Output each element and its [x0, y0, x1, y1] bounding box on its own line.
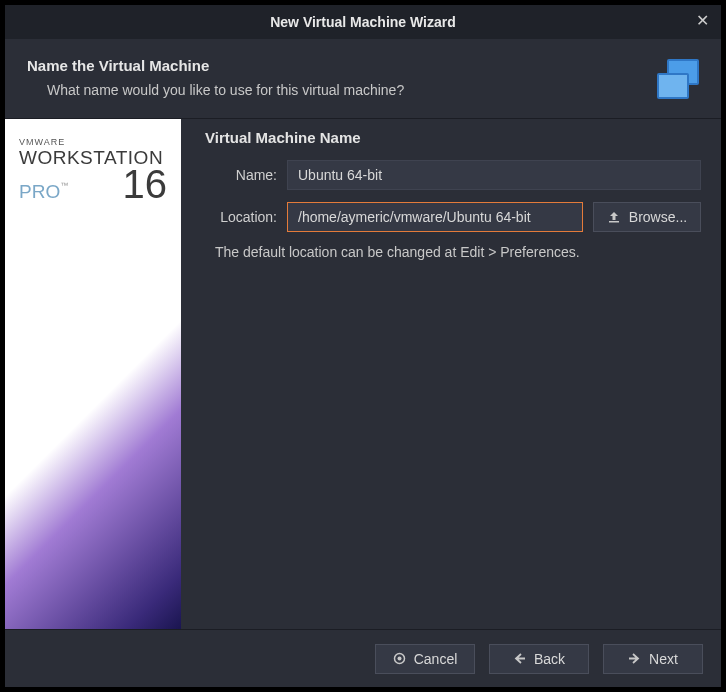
- location-row: Location: Browse...: [203, 202, 701, 232]
- brand-vmware: VMWARE: [19, 137, 167, 147]
- upload-icon: [607, 210, 621, 224]
- location-label: Location:: [203, 209, 277, 225]
- form-area: Virtual Machine Name Name: Location: Bro…: [181, 119, 721, 629]
- name-label: Name:: [203, 167, 277, 183]
- arrow-left-icon: [513, 652, 526, 665]
- close-icon[interactable]: ✕: [693, 13, 711, 31]
- name-row: Name:: [203, 160, 701, 190]
- browse-button-label: Browse...: [629, 209, 687, 225]
- browse-button[interactable]: Browse...: [593, 202, 701, 232]
- name-input[interactable]: [287, 160, 701, 190]
- sidebar-brand-panel: VMWARE WORKSTATION PRO™ 16: [5, 119, 181, 629]
- wizard-footer: Cancel Back Next: [5, 629, 721, 687]
- wizard-header: Name the Virtual Machine What name would…: [5, 39, 721, 118]
- svg-point-6: [397, 657, 401, 661]
- vm-icon: [653, 55, 703, 105]
- next-button[interactable]: Next: [603, 644, 703, 674]
- titlebar-title: New Virtual Machine Wizard: [270, 14, 456, 30]
- trademark-icon: ™: [60, 181, 68, 190]
- cancel-button-label: Cancel: [414, 651, 458, 667]
- next-button-label: Next: [649, 651, 678, 667]
- arrow-right-icon: [628, 652, 641, 665]
- back-button-label: Back: [534, 651, 565, 667]
- vmware-brand: VMWARE WORKSTATION PRO™ 16: [19, 137, 167, 203]
- brand-pro: PRO: [19, 181, 60, 202]
- titlebar: New Virtual Machine Wizard ✕: [5, 5, 721, 39]
- location-input[interactable]: [287, 202, 583, 232]
- section-title: Virtual Machine Name: [203, 129, 701, 146]
- brand-version: 16: [123, 169, 168, 199]
- wizard-window: New Virtual Machine Wizard ✕ Name the Vi…: [4, 4, 722, 688]
- cancel-button[interactable]: Cancel: [375, 644, 475, 674]
- svg-rect-3: [659, 75, 687, 97]
- cancel-icon: [393, 652, 406, 665]
- page-title: Name the Virtual Machine: [27, 57, 699, 74]
- svg-rect-4: [609, 221, 619, 223]
- wizard-body: VMWARE WORKSTATION PRO™ 16 Virtual Machi…: [5, 118, 721, 629]
- page-subtitle: What name would you like to use for this…: [27, 82, 699, 98]
- location-hint: The default location can be changed at E…: [215, 244, 701, 260]
- back-button[interactable]: Back: [489, 644, 589, 674]
